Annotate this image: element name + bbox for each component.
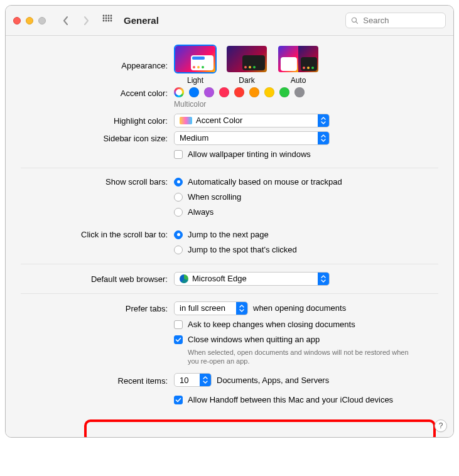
- scrollbars-option-always[interactable]: Always: [174, 206, 438, 219]
- checkbox-icon: [174, 335, 183, 344]
- close-window-button[interactable]: [13, 17, 21, 24]
- recent-label: Recent items:: [21, 375, 174, 386]
- svg-point-1: [105, 15, 107, 17]
- svg-point-11: [111, 20, 112, 22]
- scrollbars-option-auto[interactable]: Automatically based on mouse or trackpad: [174, 176, 438, 188]
- checkbox-icon: [174, 150, 183, 159]
- accent-swatch-yellow[interactable]: [264, 87, 274, 97]
- appearance-label: Appearance:: [21, 60, 174, 70]
- sidebar-size-label: Sidebar icon size:: [21, 133, 174, 143]
- appearance-option-label: Dark: [239, 76, 254, 85]
- scrollclick-label: Click in the scroll bar to:: [21, 229, 174, 239]
- sidebar-size-select[interactable]: Medium: [174, 131, 330, 145]
- chevron-updown-icon: [318, 273, 329, 285]
- forward-button[interactable]: [78, 13, 94, 28]
- handoff-checkbox[interactable]: Allow Handoff between this Mac and your …: [174, 394, 438, 406]
- browser-label: Default web browser:: [21, 273, 174, 284]
- show-all-button[interactable]: [102, 14, 112, 26]
- recent-items-row: Recent items: 10 Documents, Apps, and Se…: [21, 373, 438, 387]
- accent-swatch-graphite[interactable]: [294, 87, 305, 97]
- tabs-value: in full screen: [180, 303, 232, 313]
- window-controls: [13, 17, 46, 24]
- appearance-option-label: Light: [187, 76, 203, 85]
- appearance-option-dark[interactable]: Dark: [225, 45, 268, 85]
- browser-value: Microsoft Edge: [192, 274, 314, 283]
- tabs-suffix: when opening documents: [253, 303, 346, 313]
- close-windows-note: When selected, open documents and window…: [174, 348, 413, 366]
- chevron-updown-icon: [318, 114, 329, 127]
- search-field[interactable]: [345, 13, 446, 28]
- close-windows-checkbox[interactable]: Close windows when quitting an app: [174, 334, 438, 345]
- search-input[interactable]: [362, 15, 440, 26]
- search-icon: [351, 16, 358, 24]
- appearance-option-auto[interactable]: Auto: [277, 45, 320, 85]
- accent-caption: Multicolor: [174, 100, 438, 110]
- wallpaper-tinting-label: Allow wallpaper tinting in windows: [188, 149, 311, 160]
- checkbox-icon: [174, 320, 183, 329]
- appearance-option-light[interactable]: Light: [174, 45, 217, 85]
- tabs-label: Prefer tabs:: [21, 303, 174, 313]
- recent-value: 10: [180, 376, 196, 385]
- edge-icon: [180, 274, 188, 283]
- accent-label: Accent color:: [21, 87, 174, 98]
- accent-swatch-red[interactable]: [234, 87, 244, 97]
- highlight-label: Highlight color:: [21, 115, 174, 126]
- chevron-updown-icon: [200, 374, 211, 386]
- accent-swatch-blue[interactable]: [189, 87, 199, 97]
- scrollbars-label: Show scroll bars:: [21, 176, 174, 187]
- accent-swatch-purple[interactable]: [204, 87, 214, 97]
- svg-point-10: [108, 20, 110, 22]
- svg-point-2: [108, 15, 110, 17]
- highlight-select[interactable]: Accent Color: [174, 114, 330, 127]
- highlight-gradient-icon: [180, 117, 192, 124]
- ask-changes-label: Ask to keep changes when closing documen…: [188, 319, 355, 330]
- svg-point-3: [111, 15, 112, 17]
- content-area: Appearance: Light Dark: [6, 36, 453, 437]
- sidebar-size-value: Medium: [180, 133, 314, 143]
- preferences-window: General Appearance: Light Dark: [5, 5, 454, 438]
- window-title: General: [124, 15, 159, 26]
- browser-select[interactable]: Microsoft Edge: [174, 272, 330, 286]
- svg-point-7: [111, 18, 112, 19]
- svg-point-0: [103, 15, 105, 17]
- svg-point-5: [105, 18, 107, 19]
- chevron-updown-icon: [318, 132, 329, 144]
- chevron-updown-icon: [236, 302, 247, 315]
- accent-swatch-pink[interactable]: [219, 87, 229, 97]
- tabs-select[interactable]: in full screen: [174, 301, 248, 315]
- zoom-window-button[interactable]: [38, 17, 46, 24]
- checkbox-icon: [174, 396, 183, 404]
- svg-point-4: [103, 18, 105, 19]
- ask-changes-checkbox[interactable]: Ask to keep changes when closing documen…: [174, 319, 438, 330]
- minimize-window-button[interactable]: [26, 17, 33, 24]
- svg-point-9: [105, 20, 107, 22]
- wallpaper-tinting-checkbox[interactable]: Allow wallpaper tinting in windows: [174, 149, 438, 160]
- recent-suffix: Documents, Apps, and Servers: [217, 376, 329, 385]
- recent-select[interactable]: 10: [174, 373, 212, 387]
- scrollclick-option-next-page[interactable]: Jump to the next page: [174, 229, 438, 241]
- svg-point-6: [108, 18, 110, 19]
- accent-swatch-orange[interactable]: [249, 87, 259, 97]
- scrollbars-option-when-scrolling[interactable]: When scrolling: [174, 191, 438, 203]
- svg-line-13: [356, 22, 358, 24]
- titlebar: General: [6, 6, 453, 36]
- handoff-label: Allow Handoff between this Mac and your …: [188, 394, 393, 406]
- scrollclick-option-jump-spot[interactable]: Jump to the spot that's clicked: [174, 244, 438, 256]
- accent-swatch-multicolor[interactable]: [174, 87, 184, 97]
- back-button[interactable]: [58, 13, 73, 28]
- svg-point-8: [103, 20, 105, 22]
- highlight-value: Accent Color: [196, 116, 314, 125]
- accent-swatch-green[interactable]: [279, 87, 289, 97]
- close-windows-label: Close windows when quitting an app: [188, 334, 320, 345]
- appearance-option-label: Auto: [291, 76, 306, 85]
